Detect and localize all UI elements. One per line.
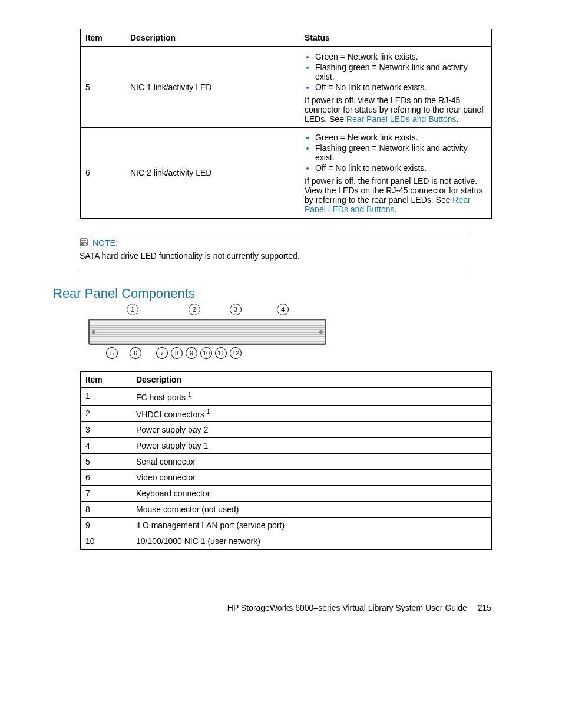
callout-9: 9 [186,347,197,359]
th-item: Item [80,371,131,388]
page-footer: HP StorageWorks 6000–series Virtual Libr… [53,603,509,612]
cell-item: 6 [80,128,125,219]
th-item: Item [80,29,125,47]
cell-description: VHDCI connectors 1 [131,405,491,422]
table-row: 7Keyboard connector [80,486,491,502]
table-row: 8Mouse connector (not used) [80,502,491,518]
callout-1: 1 [127,304,138,315]
cell-description: Video connector [131,470,491,486]
cell-description: NIC 2 link/activity LED [125,128,300,219]
callout-2: 2 [189,304,200,315]
cell-item: 5 [80,454,131,470]
callout-6: 6 [130,347,141,359]
cell-description: FC host ports 1 [131,388,491,405]
status-bullet: Green = Network link exists. [315,52,486,61]
footer-title: HP StorageWorks 6000–series Virtual Libr… [227,603,467,612]
table-row: 1010/100/1000 NIC 1 (user network) [80,533,491,550]
callout-8: 8 [171,347,183,359]
cell-item: 3 [80,422,131,438]
cell-description: iLO management LAN port (service port) [131,518,491,533]
table-row: 3Power supply bay 2 [80,422,491,438]
status-bullet: Flashing green = Network link and activi… [315,62,486,81]
cell-status: Green = Network link exists.Flashing gre… [300,128,491,219]
cell-description: Keyboard connector [131,486,491,502]
th-description: Description [131,371,491,388]
cell-item: 6 [80,470,131,486]
cell-item: 1 [80,388,131,405]
table-row: 9iLO management LAN port (service port) [80,518,491,533]
table-row: 2VHDCI connectors 1 [80,405,491,422]
rear-panel-diagram: 1234 56789101112 [88,304,509,360]
callout-3: 3 [230,304,242,315]
cell-item: 2 [80,405,131,422]
callout-12: 12 [230,347,242,359]
status-bullet: Off = No link to network exists. [315,163,486,173]
table-row: 1FC host ports 1 [80,388,491,405]
callout-7: 7 [156,347,168,359]
cell-item: 10 [80,533,131,550]
cell-item: 9 [80,518,131,533]
cell-description: NIC 1 link/activity LED [125,47,300,128]
callout-4: 4 [277,304,289,315]
table-row: 6NIC 2 link/activity LEDGreen = Network … [80,128,491,219]
callout-10: 10 [200,347,212,359]
cross-reference-link[interactable]: Rear Panel LEDs and Buttons [346,114,457,124]
cross-reference-link[interactable]: Rear Panel LEDs and Buttons [305,195,471,214]
note-label: NOTE: [92,238,118,248]
chassis-illustration [88,319,326,345]
section-heading: Rear Panel Components [53,286,509,301]
cell-item: 4 [80,438,131,454]
callout-11: 11 [215,347,227,359]
note-text: SATA hard drive LED functionality is not… [80,251,468,261]
status-bullet: Off = No link to network exists. [315,83,486,92]
cell-item: 5 [80,47,125,128]
page-number: 215 [478,603,491,612]
cell-item: 7 [80,486,131,502]
cell-status: Green = Network link exists.Flashing gre… [300,47,491,128]
status-bullet: Flashing green = Network link and activi… [315,143,486,162]
cell-item: 8 [80,502,131,518]
table-row: 4Power supply bay 1 [80,438,491,454]
cell-description: 10/100/1000 NIC 1 (user network) [131,533,491,550]
note-icon [80,238,89,246]
table-row: 5NIC 1 link/activity LEDGreen = Network … [80,47,491,128]
cell-description: Power supply bay 2 [131,422,491,438]
cell-description: Mouse connector (not used) [131,502,491,518]
cell-description: Serial connector [131,454,491,470]
led-status-table: Item Description Status 5NIC 1 link/acti… [80,29,492,219]
status-bullet: Green = Network link exists. [315,133,486,142]
note-box: NOTE: SATA hard drive LED functionality … [80,233,468,269]
callout-5: 5 [106,347,118,359]
cell-description: Power supply bay 1 [131,438,491,454]
status-note: If power is off, the front panel LED is … [305,176,486,214]
rear-panel-components-table: Item Description 1FC host ports 12VHDCI … [80,371,492,550]
th-description: Description [125,29,300,47]
table-row: 6Video connector [80,470,491,486]
table-row: 5Serial connector [80,454,491,470]
th-status: Status [300,29,491,47]
status-note: If power is off, view the LEDs on the RJ… [305,95,486,124]
